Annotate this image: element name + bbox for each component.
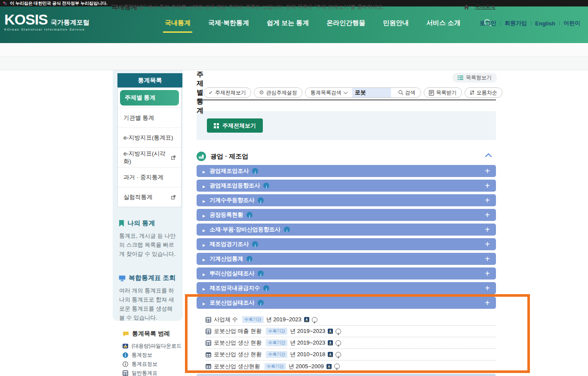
breadcrumb-current[interactable]: 국내통계: [475, 3, 496, 11]
kids-link[interactable]: 어린이: [563, 19, 580, 27]
table-title[interactable]: 사업체 수: [214, 316, 238, 323]
sidebar-item-by-agency[interactable]: 기관별 통계: [118, 108, 181, 127]
info-icon[interactable]: [246, 256, 252, 262]
survey-bar[interactable]: 공장등록현황: [197, 209, 496, 221]
expand-triangle-icon: [203, 211, 205, 219]
list-view-button[interactable]: 목록형보기: [453, 73, 497, 83]
grid-icon: [214, 123, 219, 128]
sidebar-item-elocal-visual[interactable]: e-지방지표(시각화): [118, 147, 181, 167]
file-download-icon[interactable]: [328, 352, 333, 357]
nav-item-publications[interactable]: 온라인간행물: [326, 19, 365, 27]
nav-item-easy-stats[interactable]: 쉽게 보는 통계: [267, 19, 309, 27]
main-content: 주제별 통계 주제전체보기 관심주제설정 통계목록검색 검색: [197, 86, 496, 372]
survey-bar[interactable]: 제조업경기조사: [197, 238, 496, 250]
survey-bar[interactable]: 광업제조업동향조사: [197, 180, 496, 192]
info-icon[interactable]: [246, 212, 252, 218]
file-download-icon[interactable]: [328, 340, 333, 345]
survey-label: 광업제조업조사: [209, 167, 249, 175]
file-download-icon[interactable]: [304, 317, 309, 322]
legend-title: 통계목록 범례: [132, 330, 170, 338]
plus-icon[interactable]: [485, 269, 490, 278]
plus-icon[interactable]: [485, 196, 490, 205]
survey-bar[interactable]: 기계산업통계: [197, 253, 496, 265]
nav-item-domestic[interactable]: 국내통계: [165, 19, 191, 27]
sidebar-item-by-theme[interactable]: 주제별 통계: [118, 88, 181, 108]
external-link-icon: [171, 155, 175, 160]
monitor-icon: [119, 275, 126, 281]
survey-bar[interactable]: 기계수주동향조사: [197, 194, 496, 206]
period-value: 년 2019~2023: [266, 316, 302, 323]
info-outline-icon[interactable]: [312, 317, 317, 323]
info-outline-icon[interactable]: [336, 329, 341, 334]
info-icon[interactable]: [258, 197, 264, 203]
mining-manufacturing-icon: [197, 152, 206, 161]
nav-item-international[interactable]: 국제·북한통계: [208, 19, 249, 27]
utility-links: 로그인 회원가입 English 어린이: [480, 19, 580, 27]
search-input[interactable]: [352, 87, 391, 98]
list-icon: [458, 75, 463, 80]
survey-bar[interactable]: 제조업국내공급지수: [197, 282, 496, 294]
search-button[interactable]: 검색: [393, 89, 421, 96]
sidebar-item-past-stats[interactable]: 과거 · 중지통계: [118, 167, 181, 187]
table-row: 로봇산업 생산 현황 수록기간 년 2019~2023: [206, 337, 496, 349]
table-row: 로봇산업 생산현황 수록기간 년 2005~2009: [206, 360, 496, 372]
period-value: 년 2019~2023: [290, 339, 325, 347]
home-icon[interactable]: [464, 4, 469, 10]
plus-icon[interactable]: [485, 298, 490, 308]
view-all-themes-button[interactable]: 주제전체보기: [203, 87, 251, 98]
breadcrumb: › 국내통계: [464, 3, 496, 11]
plus-icon[interactable]: [485, 211, 490, 220]
survey-bar[interactable]: 뿌리산업실태조사: [197, 267, 496, 280]
my-stats-link[interactable]: 나의 통계: [119, 219, 179, 227]
survey-bar-robot-industry[interactable]: 로봇산업실태조사: [197, 297, 496, 309]
table-title[interactable]: 로봇산업 생산현황: [214, 363, 260, 370]
info-icon[interactable]: [252, 241, 258, 247]
survey-label: 뿌리산업실태조사: [209, 270, 254, 277]
plus-icon[interactable]: [485, 240, 490, 249]
kosis-logo[interactable]: KOSIS 국가통계포털 KOrean Statistical Informat…: [4, 13, 89, 31]
plus-icon[interactable]: [485, 225, 490, 234]
composite-link[interactable]: 복합통계표 조회: [119, 274, 179, 282]
table-title[interactable]: 로봇산업 매출 현황: [214, 327, 262, 335]
sort-label: 오름차순: [477, 89, 497, 96]
sidebar-item-elocal-table[interactable]: e-지방지표(통계표): [118, 127, 181, 147]
download-label: 목록받기: [436, 89, 457, 96]
info-outline-icon[interactable]: [334, 364, 340, 369]
theme-all-box: 주제전체보기: [197, 111, 496, 140]
expand-triangle-icon: [203, 240, 205, 248]
english-link[interactable]: English: [535, 20, 555, 27]
plus-icon[interactable]: [485, 255, 490, 264]
file-download-icon[interactable]: [328, 329, 333, 334]
nav-item-civil-service[interactable]: 민원안내: [383, 19, 409, 27]
info-outline-icon[interactable]: [336, 340, 341, 346]
info-icon[interactable]: [263, 285, 269, 291]
info-icon[interactable]: [263, 183, 269, 189]
file-download-icon[interactable]: [326, 364, 332, 369]
table-title[interactable]: 로봇산업 생산 현황: [214, 351, 262, 358]
plus-icon[interactable]: [485, 167, 490, 176]
logo-subtitle: 국가통계포털: [51, 19, 89, 27]
sort-order-button[interactable]: 오름차순: [465, 87, 502, 98]
nav-item-about[interactable]: 서비스 소개: [426, 19, 460, 27]
plus-icon[interactable]: [485, 284, 490, 293]
info-icon[interactable]: [284, 227, 290, 233]
sidebar-item-experimental[interactable]: 실험적통계: [118, 187, 181, 207]
info-icon[interactable]: [258, 300, 264, 306]
external-link-icon: [171, 195, 175, 199]
document-icon: [429, 90, 434, 96]
login-link[interactable]: 로그인: [480, 19, 496, 27]
chevron-up-icon[interactable]: [485, 153, 492, 160]
survey-bar[interactable]: 소재·부품·장비산업동향조사: [197, 224, 496, 236]
sidebar-menu: 주제별 통계 기관별 통계 e-지방지표(통계표) e-지방지표(시각화) 과거…: [117, 87, 182, 207]
download-list-button[interactable]: 목록받기: [424, 87, 462, 98]
table-title[interactable]: 로봇산업 생산 현황: [214, 339, 262, 347]
signup-link[interactable]: 회원가입: [505, 19, 527, 27]
plus-icon[interactable]: [485, 181, 490, 190]
info-outline-icon[interactable]: [336, 352, 341, 357]
interest-theme-button[interactable]: 관심주제설정: [254, 87, 302, 98]
info-icon[interactable]: [252, 168, 258, 174]
survey-bar[interactable]: 광업제조업조사: [197, 165, 496, 177]
search-scope-dropdown[interactable]: 통계목록검색: [305, 89, 350, 96]
theme-all-button[interactable]: 주제전체보기: [207, 118, 263, 133]
info-icon[interactable]: [258, 270, 264, 277]
